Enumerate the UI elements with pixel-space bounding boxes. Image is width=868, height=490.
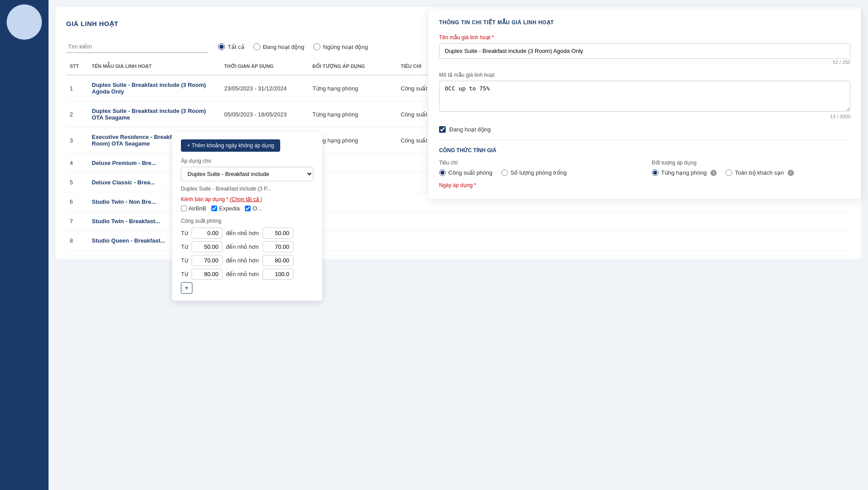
cell-stt: 7 (66, 216, 88, 226)
cell-status (477, 220, 543, 223)
channel-expedia[interactable]: Expedia (211, 205, 240, 212)
main-content: GIÁ LINH HOẠT ⚙ Đặt chu kỳ giá ＋ Thêm mớ… (49, 0, 868, 490)
active-row: Đang hoạt động (439, 126, 850, 133)
cell-actions (543, 239, 613, 243)
desc-field-label: Mô tả mẫu giá linh hoạt (439, 72, 850, 78)
cell-target: Từng hạng phòng (309, 109, 397, 120)
cell-criteria (397, 239, 477, 243)
add-occ-row-button[interactable]: + (181, 282, 192, 294)
desc-char-count: 13 / 3000 (439, 114, 850, 119)
criteria-options: Công suất phòng Số lượng phòng trống (439, 169, 638, 176)
formula-section: CÔNG THỨC TÍNH GIÁ Tiêu chí Công suất ph… (439, 140, 850, 188)
add-date-range-button[interactable]: + Thêm khoảng ngày không áp dụng (181, 139, 280, 152)
search-input[interactable] (66, 41, 207, 53)
page-title: GIÁ LINH HOẠT (66, 20, 118, 28)
col-target: ĐỐI TƯỢNG ÁP DỤNG (309, 62, 397, 71)
target-col: Đối tượng áp dụng Từng hạng phòng i Toàn… (652, 160, 850, 176)
cell-stt: 3 (66, 135, 88, 146)
status-filter: Tất cả Đang hoạt động Ngừng hoạt động (218, 43, 368, 50)
per-room-info-icon[interactable]: i (710, 170, 717, 176)
cell-criteria (397, 200, 477, 204)
row-name-link[interactable]: Duplex Suite - Breakfast include (3 Room… (92, 108, 206, 121)
criteria-occ[interactable]: Công suất phòng (439, 169, 492, 176)
criteria-col: Tiêu chí Công suất phòng Số lượng phòng … (439, 160, 638, 176)
channel-label: Kênh bán áp dụng * (Chọn tất cả | (181, 196, 313, 202)
row-name-link[interactable]: Studio Twin - Non Bre... (92, 198, 156, 205)
occ-from-input[interactable] (192, 241, 222, 252)
occ-section: Công suất phòng Từ đến nhỏ hơn Từ đến nh… (181, 218, 313, 294)
occ-from-input[interactable] (192, 255, 222, 266)
cell-target (309, 161, 397, 165)
desc-field-textarea[interactable]: OCC up to 75% (439, 81, 850, 112)
criteria-label: Tiêu chí (439, 160, 638, 166)
cell-stt: 1 (66, 83, 88, 94)
filter-all[interactable]: Tất cả (218, 43, 244, 50)
col-name: TÊN MẪU GIÁ LINH HOẠT (88, 62, 221, 71)
formula-row: Tiêu chí Công suất phòng Số lượng phòng … (439, 160, 850, 176)
row-name-link[interactable]: Studio Queen - Breakfast... (92, 237, 165, 244)
apply-for-section: Áp dụng cho Duplex Suite - Breakfast inc… (181, 158, 313, 181)
active-checkbox[interactable] (439, 126, 446, 133)
detail-panel-title: THÔNG TIN CHI TIẾT MẪU GIÁ LINH HOẠT (439, 19, 850, 26)
cell-stt: 6 (66, 197, 88, 207)
target-all-hotel[interactable]: Toàn bộ khách sạn i (725, 169, 794, 176)
cell-criteria (397, 220, 477, 223)
name-field-input[interactable] (439, 43, 850, 59)
filter-inactive[interactable]: Ngừng hoạt động (313, 43, 368, 50)
name-char-count: 52 / 250 (439, 60, 850, 65)
channel-airnbn[interactable]: AirBnB (181, 205, 206, 212)
col-stt: STT (66, 62, 88, 71)
cell-actions (543, 220, 613, 223)
occ-to-input[interactable] (263, 228, 293, 239)
occ-row: Từ đến nhỏ hơn (181, 269, 313, 280)
occ-row: Từ đến nhỏ hơn (181, 228, 313, 239)
cell-actions (543, 200, 613, 204)
cell-stt: 5 (66, 177, 88, 187)
channel-section: Kênh bán áp dụng * (Chọn tất cả | AirBnB… (181, 196, 313, 212)
apply-item-label: Duplex Suite - Breakfast include (3 P... (181, 186, 313, 192)
row-name-link[interactable]: Deluxe Classic - Brea... (92, 179, 155, 186)
name-field-label: Tên mẫu giá linh hoạt * (439, 34, 850, 41)
cell-target (309, 220, 397, 223)
row-name-link[interactable]: Duplex Suite - Breakfast include (3 Room… (92, 82, 206, 95)
col-time: THỜI GIAN ÁP DỤNG (221, 62, 309, 71)
occ-row: Từ đến nhỏ hơn (181, 241, 313, 252)
all-hotel-info-icon[interactable]: i (788, 170, 794, 176)
occ-to-input[interactable] (263, 241, 293, 252)
cell-target (309, 200, 397, 204)
occ-from-input[interactable] (192, 228, 222, 239)
occ-to-input[interactable] (263, 269, 293, 280)
cell-stt: 2 (66, 109, 88, 120)
cell-name: Duplex Suite - Breakfast include (3 Room… (88, 80, 221, 97)
criteria-room-count[interactable]: Số lượng phòng trống (501, 169, 567, 176)
target-label: Đối tượng áp dụng (652, 160, 850, 166)
cell-time: 23/05/2023 - 31/12/2024 (221, 83, 309, 94)
apply-for-select[interactable]: Duplex Suite - Breakfast include (181, 167, 313, 181)
name-field-group: Tên mẫu giá linh hoạt * 52 / 250 (439, 34, 850, 65)
channel-checkboxes: AirBnB Expedia O... (181, 205, 313, 212)
row-name-link[interactable]: Studio Twin - Breakfast... (92, 218, 160, 224)
cell-stt: 4 (66, 158, 88, 168)
cell-name: Duplex Suite - Breakfast include (3 Room… (88, 106, 221, 123)
occ-from-input[interactable] (192, 269, 222, 280)
channel-other[interactable]: O... (245, 205, 262, 212)
occ-to-input[interactable] (263, 255, 293, 266)
apply-date-label: Ngày áp dụng * (439, 182, 850, 188)
cell-status (477, 200, 543, 204)
page-panel: GIÁ LINH HOẠT ⚙ Đặt chu kỳ giá ＋ Thêm mớ… (56, 7, 861, 259)
row-name-link[interactable]: Deluxe Premium - Bre... (92, 160, 156, 166)
sidebar (0, 0, 49, 490)
cell-target (309, 239, 397, 243)
target-options: Từng hạng phòng i Toàn bộ khách sạn i (652, 169, 850, 176)
select-all-link[interactable]: (Chọn tất cả | (230, 196, 262, 202)
detail-panel: THÔNG TIN CHI TIẾT MẪU GIÁ LINH HOẠT Tên… (428, 9, 861, 199)
filter-active[interactable]: Đang hoạt động (253, 43, 304, 50)
occ-row: Từ đến nhỏ hơn (181, 255, 313, 266)
desc-field-group: Mô tả mẫu giá linh hoạt OCC up to 75% 13… (439, 72, 850, 119)
cell-target: Từng hạng phòng (309, 83, 397, 94)
active-label: Đang hoạt động (449, 126, 491, 133)
apply-for-label: Áp dụng cho (181, 158, 313, 164)
target-per-room[interactable]: Từng hạng phòng i (652, 169, 717, 176)
cell-target: Từng hạng phòng (309, 135, 397, 146)
occ-label: Công suất phòng (181, 218, 313, 224)
